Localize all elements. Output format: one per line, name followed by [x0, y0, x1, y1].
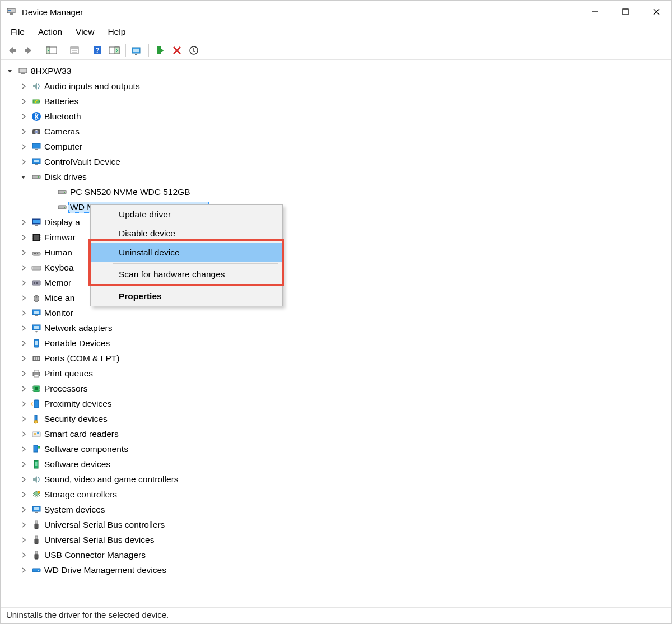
- chevron-right-icon[interactable]: [18, 565, 29, 575]
- chevron-right-icon[interactable]: [18, 520, 29, 530]
- disable-device-button[interactable]: [186, 43, 202, 58]
- tree-category[interactable]: Batteries: [1, 94, 671, 109]
- chevron-right-icon[interactable]: [18, 127, 29, 137]
- back-button[interactable]: [4, 43, 20, 58]
- tree-device[interactable]: PC SN520 NVMe WDC 512GB: [1, 184, 671, 199]
- enable-device-button[interactable]: [152, 43, 168, 58]
- tree-category[interactable]: Computer: [1, 139, 671, 154]
- tree-category[interactable]: Proximity devices: [1, 396, 671, 411]
- chevron-right-icon[interactable]: [18, 142, 29, 152]
- svg-rect-36: [34, 160, 39, 162]
- tree-category[interactable]: Smart card readers: [1, 426, 671, 441]
- chevron-right-icon[interactable]: [18, 338, 29, 348]
- menu-file[interactable]: File: [5, 25, 30, 39]
- tree-category[interactable]: Software devices: [1, 457, 671, 472]
- chevron-right-icon[interactable]: [18, 505, 29, 515]
- context-disable-device[interactable]: Disable device: [91, 224, 282, 243]
- chevron-right-icon[interactable]: [18, 474, 29, 485]
- chevron-right-icon[interactable]: [18, 232, 29, 243]
- tree-category[interactable]: Sound, video and game controllers: [1, 472, 671, 487]
- minimize-button[interactable]: [579, 1, 610, 23]
- tree-category[interactable]: Cameras: [1, 124, 671, 139]
- svg-rect-105: [35, 536, 38, 539]
- tree-category[interactable]: Audio inputs and outputs: [1, 78, 671, 94]
- chevron-down-icon[interactable]: [5, 66, 15, 76]
- tree-category[interactable]: Storage controllers: [1, 487, 671, 502]
- menu-help[interactable]: Help: [102, 25, 131, 39]
- usb-icon: [31, 519, 42, 530]
- tree-category-label: Bluetooth: [44, 111, 81, 122]
- chevron-right-icon[interactable]: [18, 429, 29, 439]
- context-update-driver[interactable]: Update driver: [91, 205, 282, 224]
- chevron-right-icon[interactable]: [18, 369, 29, 379]
- svg-rect-21: [135, 54, 137, 55]
- tree-category[interactable]: WD Drive Management devices: [1, 562, 671, 578]
- tree-category[interactable]: Network adapters: [1, 320, 671, 336]
- chevron-right-icon[interactable]: [18, 444, 29, 454]
- close-button[interactable]: [641, 1, 671, 23]
- chevron-right-icon[interactable]: [18, 111, 29, 122]
- tree-category[interactable]: Security devices: [1, 411, 671, 426]
- chevron-right-icon[interactable]: [18, 81, 29, 91]
- chevron-right-icon[interactable]: [18, 248, 29, 258]
- tree-category-label: Disk drives: [44, 172, 87, 182]
- chevron-right-icon[interactable]: [18, 323, 29, 333]
- tree-category-label: Storage controllers: [44, 490, 117, 500]
- chevron-right-icon[interactable]: [18, 459, 29, 469]
- tree-category[interactable]: Universal Serial Bus controllers: [1, 517, 671, 532]
- context-scan-hardware[interactable]: Scan for hardware changes: [91, 265, 282, 284]
- tree-category[interactable]: Disk drives: [1, 169, 671, 184]
- tree-category[interactable]: Universal Serial Bus devices: [1, 532, 671, 547]
- update-driver-button[interactable]: [129, 43, 145, 58]
- menu-action[interactable]: Action: [32, 25, 68, 39]
- status-bar: Uninstalls the driver for the selected d…: [1, 608, 671, 623]
- context-uninstall-device[interactable]: Uninstall device: [91, 243, 282, 262]
- forward-button[interactable]: [21, 43, 36, 58]
- chevron-right-icon[interactable]: [18, 263, 29, 273]
- svg-rect-97: [35, 462, 38, 466]
- chevron-right-icon[interactable]: [18, 550, 29, 560]
- chevron-right-icon[interactable]: [18, 535, 29, 545]
- chevron-right-icon[interactable]: [18, 399, 29, 409]
- tree-category[interactable]: Monitor: [1, 305, 671, 320]
- properties-button[interactable]: [67, 43, 82, 58]
- chevron-right-icon[interactable]: [18, 157, 29, 167]
- chevron-right-icon[interactable]: [18, 414, 29, 424]
- tree-category[interactable]: System devices: [1, 502, 671, 517]
- context-properties[interactable]: Properties: [91, 287, 282, 306]
- tree-root[interactable]: 8HXPW33: [1, 63, 671, 78]
- chevron-right-icon[interactable]: [18, 96, 29, 106]
- chevron-right-icon[interactable]: [18, 490, 29, 500]
- help-button[interactable]: ?: [90, 43, 105, 58]
- tree-category[interactable]: Ports (COM & LPT): [1, 351, 671, 366]
- menu-view[interactable]: View: [70, 25, 100, 39]
- scan-hardware-button[interactable]: [106, 43, 122, 58]
- tree-category[interactable]: Portable Devices: [1, 336, 671, 351]
- chevron-right-icon[interactable]: [18, 384, 29, 394]
- audio-icon: [31, 81, 42, 92]
- svg-rect-58: [37, 253, 38, 254]
- tree-category[interactable]: Processors: [1, 381, 671, 396]
- tree-category-label: USB Connector Managers: [44, 550, 146, 560]
- tree-category-label: Portable Devices: [44, 338, 110, 348]
- chevron-right-icon[interactable]: [18, 278, 29, 288]
- chevron-right-icon[interactable]: [18, 353, 29, 364]
- tree-category[interactable]: Print queues: [1, 366, 671, 381]
- svg-rect-22: [157, 46, 161, 54]
- tree-category[interactable]: Software components: [1, 441, 671, 457]
- port-icon: [31, 353, 42, 364]
- show-hide-console-button[interactable]: [44, 43, 59, 58]
- network-icon: [31, 323, 42, 334]
- chevron-right-icon[interactable]: [18, 293, 29, 303]
- tree-category-label: Smart card readers: [44, 429, 119, 439]
- chevron-down-icon[interactable]: [18, 172, 29, 182]
- uninstall-device-button[interactable]: [169, 43, 185, 58]
- device-tree[interactable]: 8HXPW33 Audio inputs and outputs Batteri…: [1, 60, 671, 608]
- chevron-right-icon[interactable]: [18, 308, 29, 318]
- chevron-right-icon[interactable]: [18, 217, 29, 227]
- tree-category[interactable]: USB Connector Managers: [1, 547, 671, 562]
- maximize-button[interactable]: [610, 1, 641, 23]
- tree-category[interactable]: Bluetooth: [1, 109, 671, 124]
- tree-category[interactable]: ControlVault Device: [1, 154, 671, 169]
- svg-point-91: [34, 420, 38, 423]
